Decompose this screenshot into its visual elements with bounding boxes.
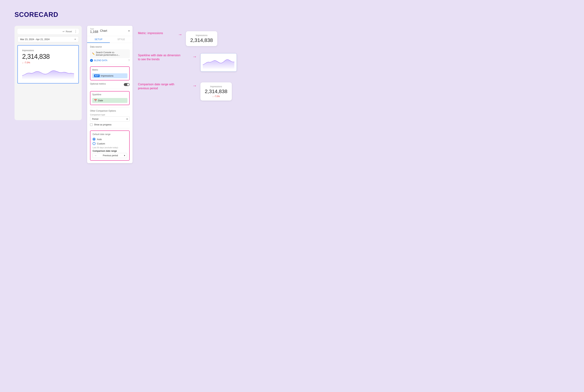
blend-data-row[interactable]: + BLEND DATA ?: [90, 59, 130, 62]
prev-period-arrow-icon: ▾: [124, 154, 125, 157]
ann-widget-impressions-value: 2,314,838: [190, 38, 213, 43]
optional-metrics-row: Optional metrics: [90, 82, 130, 86]
help-icon[interactable]: ?: [128, 59, 130, 62]
data-source-label: Data source: [90, 46, 130, 48]
date-picker[interactable]: Mar 23, 2024 - Apr 21, 2024 ▼: [18, 36, 79, 42]
chart-header: Total 1,168 Chart ▾: [87, 26, 132, 36]
more-options-button[interactable]: ⋮: [74, 30, 77, 34]
aut-badge: AUT: [94, 74, 100, 77]
comparison-section: Other Comparison Options Comparison type…: [90, 110, 130, 126]
scorecard-widget: Impressions 2,314,838 ↓ -7.0%: [18, 45, 79, 84]
sparkline-chart: [22, 67, 74, 80]
annotation-sparkline-text: Sparkline with date as dimensionto see t…: [138, 53, 189, 62]
comparison-type-value: Period: [92, 118, 98, 120]
reset-button[interactable]: ↩ Reset: [63, 30, 72, 33]
show-as-progress-checkbox[interactable]: [90, 124, 92, 126]
auto-label: Auto: [97, 138, 102, 141]
comparison-type-select[interactable]: Period ▾: [90, 116, 130, 122]
widget-value: 2,314,838: [22, 53, 74, 60]
page-title: SCORECARD: [14, 11, 570, 18]
widget-label: Impressions: [22, 49, 74, 52]
optional-metrics-label: Optional metrics: [90, 82, 106, 85]
metric-chip[interactable]: AUT Impressions: [92, 73, 128, 78]
annotation-metric: Metric: impressions → Impressions 2,314,…: [138, 31, 570, 46]
auto-radio-row: Auto: [92, 138, 127, 141]
chart-title: Chart: [100, 29, 126, 32]
tab-setup[interactable]: SETUP: [87, 36, 110, 43]
annotation-metric-text: Metric: impressions: [138, 31, 174, 35]
custom-label: Custom: [97, 142, 105, 145]
comparison-section-label: Other Comparison Options: [90, 110, 130, 112]
annotation-comparison-arrow-icon: →: [192, 83, 197, 88]
ann-comp-widget-value: 2,314,838: [205, 88, 228, 94]
pencil-icon: ✏️: [92, 52, 95, 55]
preview-toolbar: ↩ Reset ⋮: [18, 29, 79, 34]
sparkline-label: Sparkline: [92, 93, 128, 96]
reset-icon: ↩: [63, 30, 65, 33]
annotation-sparkline: Sparkline with date as dimensionto see t…: [138, 53, 570, 72]
date-range-value: Mar 23, 2024 - Apr 21, 2024: [20, 38, 50, 41]
tab-style[interactable]: STYLE: [110, 36, 132, 43]
annotation-sparkline-arrow-icon: →: [192, 54, 197, 59]
date-range-box: Default date range Auto Custom Last 30 d…: [90, 130, 130, 160]
data-source-row: ✏️ Search Console sc-domain:portermetric…: [90, 50, 130, 58]
total-value: 1,168: [90, 30, 98, 34]
tabs-row: SETUP STYLE: [87, 36, 132, 43]
ann-comp-widget-change: ↓ -7.0%: [205, 95, 228, 98]
blend-data-label: BLEND DATA: [94, 59, 108, 62]
widget-change: ↓ -7.0%: [22, 61, 74, 64]
auto-radio[interactable]: [92, 138, 96, 141]
prev-period-label: Previous period: [103, 154, 118, 157]
annotation-comparison: Comparison date range withprevious perio…: [138, 82, 570, 100]
metric-name: Impressions: [101, 74, 114, 77]
divider-2: [90, 89, 130, 89]
metric-section-label: Metric: [92, 68, 128, 71]
custom-radio[interactable]: [92, 142, 96, 145]
range-hint: Last 30 days (exclude today): [92, 146, 127, 149]
annotation-comparison-text: Comparison date range withprevious perio…: [138, 82, 189, 90]
metric-annotation-widget: Impressions 2,314,838: [186, 31, 217, 46]
custom-radio-row: Custom: [92, 142, 127, 145]
show-as-progress-label: Show as progress: [94, 124, 112, 126]
total-label: Total: [90, 28, 98, 30]
calendar-icon: 📅: [94, 99, 97, 102]
ann-comp-widget-label: Impressions: [205, 85, 228, 88]
comparison-type-arrow-icon: ▾: [126, 118, 128, 120]
plus-icon: +: [90, 59, 93, 62]
comparison-annotation-widget: Impressions 2,314,838 ↓ -7.0%: [200, 82, 232, 100]
settings-panel: Total 1,168 Chart ▾ SETUP STYLE Data sou…: [87, 26, 132, 163]
comparison-type-row: Comparison type Period ▾: [90, 114, 130, 122]
date-label: Date: [98, 99, 103, 102]
annotation-metric-arrow-icon: →: [178, 32, 182, 37]
chart-dropdown-icon[interactable]: ▾: [128, 30, 130, 32]
prev-period-icon: ↔: [94, 154, 97, 157]
date-picker-arrow-icon: ▼: [74, 38, 76, 40]
preview-panel: ↩ Reset ⋮ Mar 23, 2024 - Apr 21, 2024 ▼ …: [14, 26, 82, 120]
sparkline-box: Sparkline 📅 Date: [90, 91, 130, 105]
data-source-text: Search Console sc-domain:portermetrics.c…: [96, 51, 128, 56]
prev-period-row[interactable]: ↔ Previous period ▾: [92, 153, 127, 158]
divider-3: [90, 107, 130, 108]
comparison-type-label: Comparison type: [90, 114, 130, 116]
show-as-progress-row: Show as progress: [90, 124, 130, 126]
ann-widget-impressions-label: Impressions: [190, 34, 213, 37]
date-range-section-label: Default date range: [92, 133, 127, 136]
annotations-panel: Metric: impressions → Impressions 2,314,…: [138, 26, 570, 100]
optional-metrics-toggle[interactable]: [124, 83, 130, 86]
panel-body: Data source ✏️ Search Console sc-domain:…: [87, 43, 132, 163]
sparkline-annotation-widget: [200, 53, 237, 72]
comparison-range-label: Comparison date range: [92, 150, 127, 152]
divider-1: [90, 64, 130, 64]
date-chip[interactable]: 📅 Date: [92, 98, 128, 103]
metric-box: Metric AUT Impressions: [90, 66, 130, 80]
